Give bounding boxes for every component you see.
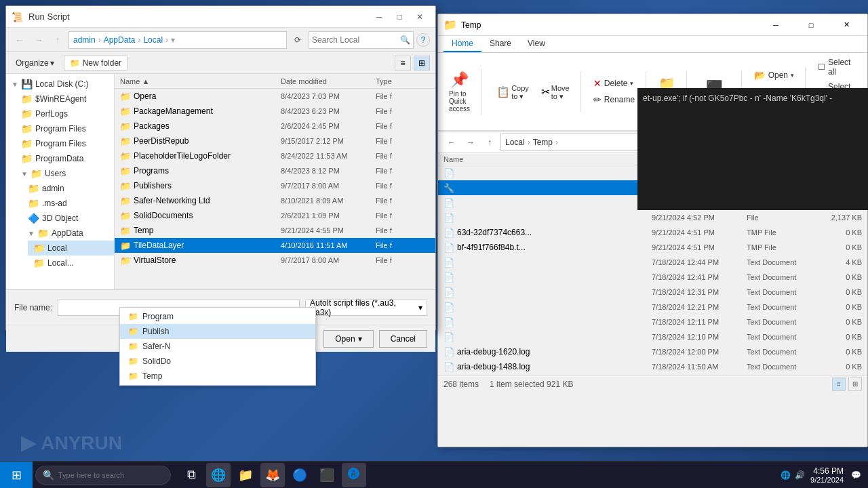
dialog-open-btn[interactable]: Open ▾	[323, 330, 373, 348]
dialog-path-local[interactable]: Local	[143, 35, 163, 45]
ribbon-copy-btn[interactable]: 📋 Copyto ▾	[491, 80, 534, 104]
table-row[interactable]: 📄 9/21/2024 4:52 PM File 2,137 KB	[438, 210, 867, 225]
dialog-help-btn[interactable]: ?	[416, 33, 430, 47]
temp-up-btn[interactable]: ↑	[481, 134, 498, 150]
dialog-search-input[interactable]	[312, 35, 400, 45]
dialog-newfolder-btn[interactable]: 📁 New folder	[64, 56, 127, 70]
list-item[interactable]: 📁PlaceholderTileLogoFolder 8/24/2022 11:…	[115, 148, 435, 163]
sidebar-item-admin[interactable]: 📁 admin	[22, 181, 114, 196]
sidebar-item-3dobjects[interactable]: 🔷 3D Object	[22, 211, 114, 226]
sidebar-item-programfiles1[interactable]: 📁 Program Files	[16, 121, 114, 136]
sidebar-item-users[interactable]: ▼ 📁 Users	[16, 166, 114, 181]
list-item[interactable]: 📁PackageManagement 8/4/2023 6:23 PM File…	[115, 104, 435, 119]
ribbon-open-btn[interactable]: 📂 Open ▾	[749, 68, 800, 83]
dialog-path-appdata[interactable]: AppData	[104, 35, 136, 45]
taskbar-search-input[interactable]	[58, 471, 153, 479]
temp-close-btn[interactable]: ✕	[831, 16, 862, 35]
dialog-forward-btn[interactable]: →	[31, 32, 47, 48]
table-row[interactable]: 📄bf-4f91f766f84b.t... 9/21/2024 4:51 PM …	[438, 240, 867, 255]
table-row[interactable]: 📄 7/18/2024 12:11 PM Text Document 0 KB	[438, 314, 867, 329]
list-item[interactable]: 📁TileDataLayer 4/10/2018 11:51 AM File f	[115, 238, 435, 253]
table-row[interactable]: 📄63d-32df7374c663... 9/21/2024 4:51 PM T…	[438, 225, 867, 240]
ribbon-delete-btn[interactable]: ✕ Delete ▾	[588, 76, 640, 91]
temp-path-local[interactable]: Local	[505, 138, 525, 147]
sidebar-item-programfiles2[interactable]: 📁 Program Files	[16, 136, 114, 151]
list-item[interactable]: 📁Packages 2/6/2024 2:45 PM File f	[115, 119, 435, 134]
ribbon-rename-btn[interactable]: ✏ Rename	[588, 92, 640, 107]
dialog-path-dropdown-btn[interactable]: ▾	[171, 35, 175, 45]
taskbar-clock: 4:56 PM 9/21/2024	[810, 466, 844, 484]
dropdown-item-program[interactable]: 📁 Program	[120, 309, 315, 324]
sidebar-item-winreagent[interactable]: 📁 $WinREAgent	[16, 92, 114, 106]
taskbar-chrome-btn[interactable]: 🔵	[288, 463, 312, 487]
table-row[interactable]: 📄aria-debug-1488.log 7/18/2024 11:50 AM …	[438, 359, 867, 374]
filetype-dropdown[interactable]: AutoIt script files (*.au3, *.a3x) ▾	[305, 300, 427, 316]
temp-selected-status: 1 item selected 921 KB	[490, 380, 573, 389]
taskbar-folder-btn[interactable]: 📁	[233, 463, 258, 487]
col-type[interactable]: Type	[376, 77, 430, 85]
dialog-refresh-btn[interactable]: ⟳	[290, 32, 306, 48]
dropdown-item-safern[interactable]: 📁 Safer-N	[120, 339, 315, 354]
dialog-view-details-btn[interactable]: ⊞	[414, 56, 430, 70]
taskbar-firefox-btn[interactable]: 🦊	[260, 463, 285, 487]
dialog-back-btn[interactable]: ←	[12, 32, 28, 48]
list-item[interactable]: 📁VirtualStore 9/7/2017 8:00 AM File f	[115, 253, 435, 268]
taskbar-notification-btn[interactable]: 💬	[849, 468, 863, 482]
table-row[interactable]: 📄 7/18/2024 12:31 PM Text Document 0 KB	[438, 285, 867, 300]
ribbon-tab-share[interactable]: Share	[481, 36, 519, 52]
dialog-search-icon[interactable]: 🔍	[400, 35, 410, 45]
list-item[interactable]: 📁Publishers 9/7/2017 8:00 AM File f	[115, 178, 435, 193]
temp-minimize-btn[interactable]: ─	[760, 16, 791, 35]
sidebar-item-programdata[interactable]: 📁 ProgramData	[16, 151, 114, 166]
dropdown-item-soliddo[interactable]: 📁 SolidDo	[120, 354, 315, 369]
temp-forward-btn[interactable]: →	[462, 134, 479, 150]
list-item[interactable]: 📁Programs 8/4/2023 8:12 PM File f	[115, 163, 435, 178]
start-button[interactable]: ⊞	[0, 462, 33, 489]
table-row[interactable]: 📄 7/18/2024 12:10 PM Text Document 0 KB	[438, 329, 867, 344]
dialog-maximize-btn[interactable]: □	[389, 7, 410, 26]
sidebar-item-msad[interactable]: 📁 .ms-ad	[22, 196, 114, 211]
temp-path-temp[interactable]: Temp	[533, 138, 553, 147]
ribbon-selectall-btn[interactable]: ☐ Select all	[812, 56, 865, 79]
taskbar-task-view-btn[interactable]: ⧉	[179, 463, 203, 487]
dialog-organize-btn[interactable]: Organize ▾	[12, 56, 58, 70]
dialog-icon: 📜	[12, 12, 23, 22]
dialog-minimize-btn[interactable]: ─	[369, 7, 389, 26]
table-row[interactable]: 📄aria-debug-1620.log 7/18/2024 12:00 PM …	[438, 344, 867, 359]
dialog-up-btn[interactable]: ↑	[50, 32, 66, 48]
list-item[interactable]: 📁Opera 8/4/2023 7:03 PM File f	[115, 89, 435, 104]
col-date-modified[interactable]: Date modified	[281, 77, 376, 85]
ribbon-tab-view[interactable]: View	[519, 36, 553, 52]
sidebar-item-perflogs[interactable]: 📁 PerfLogs	[16, 106, 114, 121]
ribbon-tab-home[interactable]: Home	[443, 36, 481, 52]
table-row[interactable]: 📄 7/18/2024 12:21 PM Text Document 0 KB	[438, 300, 867, 314]
temp-window: 📁 Temp ─ □ ✕ Home Share View 📌 Pin to Qu…	[437, 14, 868, 447]
taskbar-terminal-btn[interactable]: ⬛	[315, 463, 339, 487]
table-row[interactable]: 📄 7/18/2024 12:41 PM Text Document 0 KB	[438, 270, 867, 285]
tiles-view-btn[interactable]: ⊞	[848, 378, 862, 391]
dialog-path-admin[interactable]: admin	[73, 35, 96, 45]
taskbar-edge-btn[interactable]: 🌐	[206, 463, 231, 487]
sidebar-item-local2[interactable]: 📁 Local...	[28, 256, 114, 270]
dropdown-item-temp[interactable]: 📁 Temp	[120, 369, 315, 384]
list-item[interactable]: 📁Temp 9/21/2024 4:55 PM File f	[115, 223, 435, 238]
col-name[interactable]: Name ▲	[120, 77, 281, 85]
taskbar-autoit-btn[interactable]: 🅐	[342, 463, 366, 487]
sidebar-item-appdata[interactable]: ▼ 📁 AppData	[22, 226, 114, 241]
list-item[interactable]: 📁Safer-Networking Ltd 8/10/2021 8:09 AM …	[115, 193, 435, 208]
dialog-cancel-btn[interactable]: Cancel	[379, 330, 427, 348]
dialog-path-bar[interactable]: admin › AppData › Local › ▾	[68, 31, 287, 49]
ribbon-pin-btn[interactable]: 📌 Pin to Quickaccess	[443, 68, 475, 115]
sidebar-item-disk[interactable]: ▼ 💾 Local Disk (C:)	[6, 77, 114, 92]
ribbon-move-btn[interactable]: ✂ Moveto ▾	[536, 80, 575, 104]
list-item[interactable]: 📁SolidDocuments 2/6/2021 1:09 PM File f	[115, 208, 435, 223]
details-view-btn[interactable]: ≡	[832, 378, 846, 391]
dropdown-item-publish[interactable]: 📁 Publish	[120, 324, 315, 339]
dialog-close-btn[interactable]: ✕	[410, 7, 430, 26]
temp-maximize-btn[interactable]: □	[795, 16, 827, 35]
temp-back-btn[interactable]: ←	[443, 134, 460, 150]
list-item[interactable]: 📁PeerDistRepub 9/15/2017 2:12 PM File f	[115, 134, 435, 148]
dialog-view-list-btn[interactable]: ≡	[395, 56, 411, 70]
table-row[interactable]: 📄 7/18/2024 12:44 PM Text Document 4 KB	[438, 255, 867, 270]
sidebar-item-local[interactable]: 📁 Local	[28, 241, 114, 256]
